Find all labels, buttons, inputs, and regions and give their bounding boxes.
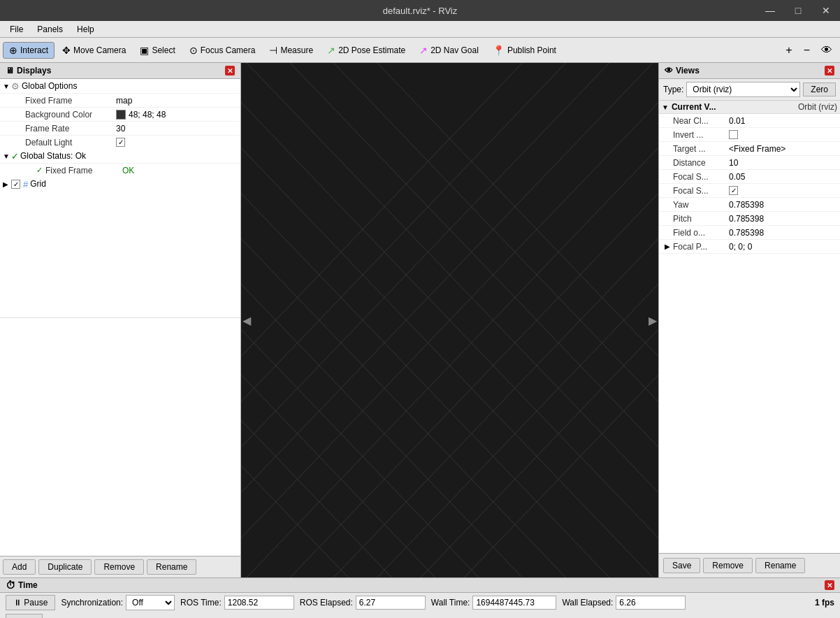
global-status-check-icon: ✓	[11, 151, 19, 161]
displays-tree: ▼ ⚙ Global Options Fixed Frame map Backg…	[0, 79, 240, 317]
3d-viewport[interactable]: ◀ ▶	[241, 63, 658, 577]
grid-icon: #	[23, 179, 28, 189]
titlebar: default.rviz* - RViz — □ ✕	[0, 0, 840, 21]
wall-elapsed-label: Wall Elapsed:	[562, 598, 613, 608]
global-options-row[interactable]: ▼ ⚙ Global Options	[0, 79, 240, 93]
publish-point-tool[interactable]: 📍 Publish Point	[486, 42, 563, 59]
rename-view-button[interactable]: Rename	[755, 558, 805, 573]
maximize-button[interactable]: □	[784, 0, 812, 21]
2d-nav-tool[interactable]: ↗ 2D Nav Goal	[413, 42, 485, 59]
focal-point-row[interactable]: ▶ Focal P... 0; 0; 0	[659, 240, 840, 254]
current-view-label: Current V...	[672, 102, 798, 112]
rename-display-button[interactable]: Rename	[147, 559, 196, 575]
clock-icon: ⏱	[6, 580, 15, 591]
type-label: Type:	[663, 85, 683, 94]
select-tool[interactable]: ▣ Select	[133, 42, 181, 59]
window-title: default.rviz* - RViz	[383, 6, 457, 16]
current-view-row[interactable]: ▼ Current V... Orbit (rviz)	[659, 101, 840, 114]
select-label: Select	[152, 45, 175, 55]
focal-shape-label: Focal S...	[673, 172, 729, 182]
wall-time-label: Wall Time:	[431, 598, 470, 608]
duplicate-display-button[interactable]: Duplicate	[38, 559, 92, 575]
wall-time-input[interactable]	[472, 596, 556, 610]
focal-point-value: 0; 0; 0	[729, 242, 752, 252]
global-options-arrow[interactable]: ▼	[3, 82, 11, 90]
global-status-label: Global Status: Ok	[20, 151, 238, 161]
displays-panel-header: 🖥 Displays ✕	[0, 63, 240, 79]
views-panel-header: 👁 Views ✕	[659, 63, 840, 79]
fps-display: 1 fps	[815, 598, 834, 608]
current-view-type: Orbit (rviz)	[798, 102, 837, 112]
bg-color-swatch	[116, 110, 126, 120]
bg-color-value: 48; 48; 48	[116, 110, 166, 120]
2d-pose-tool[interactable]: ↗ 2D Pose Estimate	[321, 42, 412, 59]
displays-panel: 🖥 Displays ✕ ▼ ⚙ Global Options Fixed Fr…	[0, 63, 241, 577]
zero-button[interactable]: Zero	[803, 82, 836, 96]
views-buttons: Save Remove Rename	[659, 553, 840, 577]
focus-camera-label: Focus Camera	[201, 45, 256, 55]
ros-elapsed-input[interactable]	[356, 596, 426, 610]
minimize-button[interactable]: —	[756, 0, 784, 21]
viewport-arrow-right[interactable]: ▶	[649, 314, 657, 327]
menu-help[interactable]: Help	[70, 23, 101, 36]
grid-row[interactable]: ▶ ✓ # Grid	[0, 177, 240, 191]
distance-row: Distance 10	[659, 156, 840, 170]
global-status-arrow[interactable]: ▼	[3, 152, 11, 160]
reset-button[interactable]: Reset	[6, 614, 43, 618]
remove-tool-button[interactable]: −	[799, 42, 815, 59]
displays-close-button[interactable]: ✕	[225, 66, 235, 76]
focal-point-arrow[interactable]: ▶	[665, 243, 670, 250]
views-close-button[interactable]: ✕	[825, 66, 834, 76]
pitch-row: Pitch 0.785398	[659, 212, 840, 226]
ros-time-input[interactable]	[224, 596, 294, 610]
move-camera-tool[interactable]: ✥ Move Camera	[56, 42, 132, 59]
view-type-select[interactable]: Orbit (rviz)	[686, 82, 800, 97]
yaw-row: Yaw 0.785398	[659, 198, 840, 212]
pause-button[interactable]: ⏸ Pause	[6, 595, 55, 610]
menubar: File Panels Help	[0, 21, 840, 38]
current-view-arrow[interactable]: ▼	[662, 103, 669, 111]
field-of-view-label: Field o...	[673, 228, 729, 238]
viewport-arrow-left[interactable]: ◀	[242, 314, 251, 327]
pause-icon: ⏸	[13, 598, 22, 608]
move-camera-icon: ✥	[62, 45, 71, 56]
menu-panels[interactable]: Panels	[30, 23, 70, 36]
status-fixed-frame-label: Fixed Frame	[45, 166, 122, 175]
measure-label: Measure	[280, 45, 313, 55]
2d-nav-icon: ↗	[419, 45, 428, 56]
add-display-button[interactable]: Add	[3, 559, 36, 575]
measure-icon: ⊣	[269, 45, 277, 56]
status-fixed-frame-row: ✓ Fixed Frame OK	[0, 163, 240, 177]
grid-arrow[interactable]: ▶	[3, 180, 11, 188]
invert-label: Invert ...	[673, 130, 729, 140]
grid-checkbox[interactable]: ✓	[11, 180, 20, 189]
remove-display-button[interactable]: Remove	[94, 559, 144, 575]
focus-camera-tool[interactable]: ⊙ Focus Camera	[183, 42, 262, 59]
camera-view-button[interactable]: 👁	[816, 42, 837, 59]
menu-file[interactable]: File	[3, 23, 30, 36]
yaw-value: 0.785398	[729, 200, 764, 210]
save-view-button[interactable]: Save	[663, 558, 700, 573]
frame-rate-value: 30	[116, 124, 125, 134]
focal-shape-size-value: 0.05	[729, 172, 745, 182]
default-light-checkbox[interactable]: ✓	[116, 138, 125, 147]
interact-tool[interactable]: ⊕ Interact	[3, 42, 55, 59]
global-options-gear-icon: ⚙	[11, 81, 20, 92]
global-status-row[interactable]: ▼ ✓ Global Status: Ok	[0, 149, 240, 163]
distance-label: Distance	[673, 158, 729, 168]
view-type-row: Type: Orbit (rviz) Zero	[659, 79, 840, 101]
ros-elapsed-field: ROS Elapsed:	[300, 596, 426, 610]
add-tool-button[interactable]: +	[781, 42, 797, 59]
wall-elapsed-input[interactable]	[616, 596, 686, 610]
focal-shape-checkbox[interactable]: ✓	[729, 186, 738, 195]
measure-tool[interactable]: ⊣ Measure	[263, 42, 319, 59]
close-button[interactable]: ✕	[812, 0, 840, 21]
sync-select[interactable]: Off	[126, 595, 175, 610]
invert-checkbox[interactable]	[729, 130, 738, 139]
status-fixed-frame-value: OK	[122, 166, 134, 175]
interact-icon: ⊕	[9, 45, 17, 56]
time-panel-title: Time	[18, 580, 38, 590]
remove-view-button[interactable]: Remove	[703, 558, 753, 573]
time-close-button[interactable]: ✕	[825, 580, 834, 590]
default-light-label: Default Light	[25, 138, 116, 148]
